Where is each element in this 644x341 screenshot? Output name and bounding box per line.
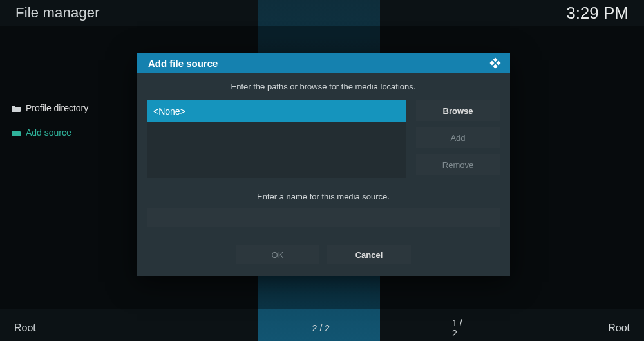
svg-rect-0 [493, 57, 497, 62]
dialog-header: Add file source [137, 53, 510, 73]
right-pane-page-indicator: 1 / 2 [368, 318, 465, 338]
sidebar-item-label: Add source [26, 127, 71, 138]
app-header: File manager 3:29 PM [0, 0, 644, 26]
footer-bar: Root 2 / 2 1 / 2 Root [0, 315, 644, 341]
left-file-list: Profile directory Add source [0, 103, 122, 138]
ok-button[interactable]: OK [236, 245, 319, 264]
sidebar-item-add-source[interactable]: Add source [12, 127, 122, 138]
kodi-logo-icon [488, 57, 502, 69]
svg-rect-1 [489, 60, 494, 65]
page-title: File manager [15, 5, 100, 21]
folder-icon [12, 129, 21, 136]
paths-prompt-text: Enter the paths or browse for the media … [147, 82, 500, 91]
left-pane-page-indicator: 2 / 2 [265, 323, 330, 333]
dialog-title: Add file source [148, 58, 218, 69]
add-path-button[interactable]: Add [416, 127, 500, 148]
right-pane-path: Root [465, 322, 630, 334]
sidebar-item-profile-directory[interactable]: Profile directory [12, 103, 122, 113]
remove-path-button[interactable]: Remove [416, 154, 500, 175]
paths-list[interactable]: <None> [147, 100, 406, 178]
browse-button[interactable]: Browse [416, 100, 500, 121]
path-item-selected[interactable]: <None> [147, 100, 406, 122]
left-pane-path: Root [14, 322, 265, 334]
cancel-button[interactable]: Cancel [327, 245, 411, 264]
source-name-input[interactable] [147, 208, 500, 227]
svg-rect-2 [496, 60, 500, 65]
name-prompt-text: Enter a name for this media source. [147, 192, 500, 201]
add-file-source-dialog: Add file source Enter the paths or brows… [137, 53, 510, 276]
clock: 3:29 PM [566, 3, 629, 23]
svg-rect-3 [493, 64, 497, 68]
sidebar-item-label: Profile directory [26, 103, 88, 113]
folder-icon [12, 105, 21, 112]
